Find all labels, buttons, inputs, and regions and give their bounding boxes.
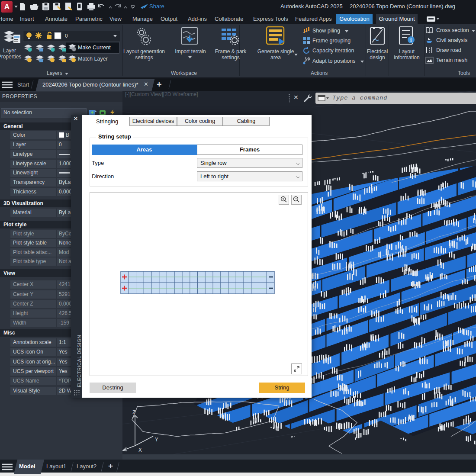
svg-text:[-][Custom View][2D Wireframe]: [-][Custom View][2D Wireframe] bbox=[125, 91, 198, 97]
svg-text:X: X bbox=[138, 447, 142, 453]
svg-text:Z: Z bbox=[132, 409, 136, 416]
svg-text:Y: Y bbox=[155, 437, 158, 443]
